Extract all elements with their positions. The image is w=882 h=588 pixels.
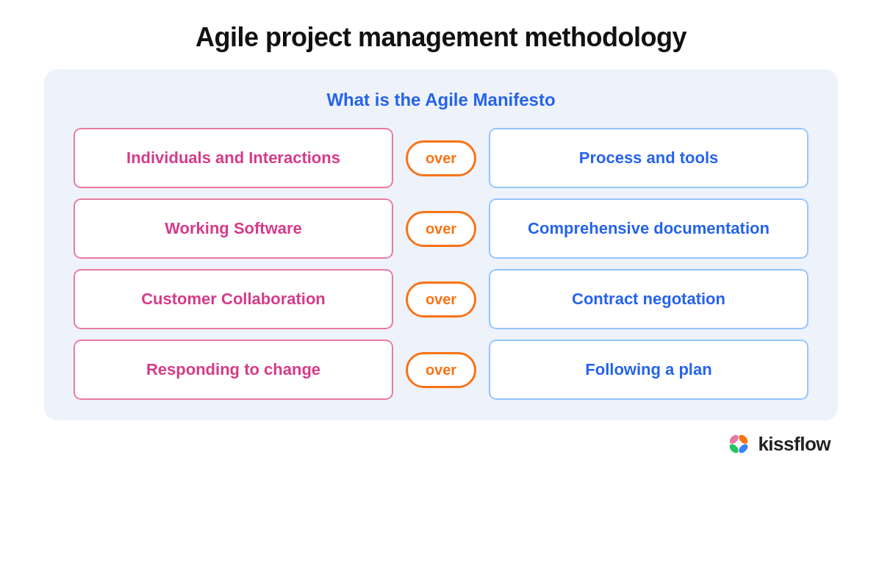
svg-point-4 (736, 441, 742, 448)
right-cell-text: Following a plan (585, 360, 711, 379)
brand-name: kissflow (758, 433, 831, 456)
over-pill: over (406, 352, 476, 388)
right-cell: Following a plan (489, 340, 808, 400)
over-pill: over (406, 140, 476, 176)
right-cell-text: Process and tools (579, 148, 719, 168)
left-cell-text: Working Software (165, 219, 302, 238)
page-title: Agile project management methodology (196, 22, 686, 53)
manifesto-container: What is the Agile Manifesto Individuals … (44, 69, 838, 420)
footer: kissflow (44, 431, 838, 457)
left-cell: Working Software (74, 198, 393, 259)
right-cell: Comprehensive documentation (489, 198, 808, 259)
left-cell-text: Customer Collaboration (141, 290, 326, 309)
left-cell: Customer Collaboration (74, 269, 393, 329)
right-cell-text: Contract negotation (572, 290, 725, 309)
manifesto-row: Working SoftwareoverComprehensive docume… (74, 198, 808, 259)
over-badge: over (401, 282, 481, 318)
right-cell: Contract negotation (489, 269, 808, 329)
over-badge: over (401, 140, 481, 176)
kissflow-icon (725, 431, 752, 457)
manifesto-row: Individuals and InteractionsoverProcess … (74, 128, 808, 188)
over-pill: over (406, 282, 476, 318)
left-cell: Individuals and Interactions (74, 128, 393, 188)
over-badge: over (401, 211, 481, 247)
rows-container: Individuals and InteractionsoverProcess … (74, 128, 808, 400)
manifesto-row: Customer CollaborationoverContract negot… (74, 269, 808, 329)
manifesto-title: What is the Agile Manifesto (326, 90, 555, 110)
over-pill: over (406, 211, 476, 247)
left-cell-text: Individuals and Interactions (126, 148, 340, 168)
over-badge: over (401, 352, 481, 388)
left-cell-text: Responding to change (146, 360, 320, 379)
manifesto-row: Responding to changeoverFollowing a plan (74, 340, 808, 400)
left-cell: Responding to change (74, 340, 393, 400)
right-cell: Process and tools (489, 128, 808, 188)
right-cell-text: Comprehensive documentation (528, 219, 770, 238)
kissflow-logo: kissflow (725, 431, 831, 457)
